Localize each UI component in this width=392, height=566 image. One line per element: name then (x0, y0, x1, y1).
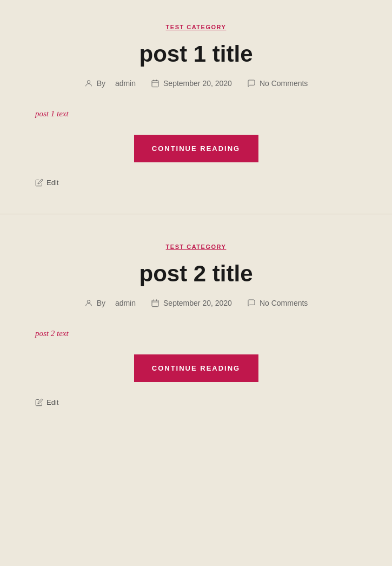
post-1-category-link[interactable]: TEST CATEGORY (166, 24, 227, 30)
post-1-meta: By admin September 20, 2020 No Comments (35, 79, 357, 88)
post-1-comments-meta: No Comments (247, 79, 308, 88)
calendar-icon (151, 79, 160, 88)
edit-icon (35, 179, 43, 187)
author-icon-2 (84, 299, 93, 307)
post-1-edit-label: Edit (46, 179, 58, 187)
post-2-edit-link[interactable]: Edit (35, 398, 357, 406)
comment-icon-2 (247, 299, 256, 307)
post-1-comments: No Comments (260, 79, 308, 88)
post-2-comments: No Comments (260, 299, 308, 307)
post-2-author: admin (115, 299, 136, 307)
edit-icon-2 (35, 398, 43, 406)
post-1-continue-reading-button[interactable]: CONTINUE READING (134, 135, 258, 162)
posts-divider (0, 214, 392, 214)
svg-point-0 (87, 81, 90, 83)
post-2-author-meta: By admin (84, 299, 136, 307)
comment-icon (247, 79, 256, 88)
post-1-category: TEST CATEGORY (35, 22, 357, 31)
post-1-by-label: By (97, 79, 105, 88)
calendar-icon-2 (151, 299, 160, 307)
post-1-date: September 20, 2020 (163, 79, 232, 88)
svg-rect-1 (152, 81, 158, 87)
post-2-content: post 2 text (35, 329, 357, 338)
svg-point-5 (87, 300, 90, 303)
post-2-by-label: By (97, 299, 105, 307)
post-2-category: TEST CATEGORY (35, 241, 357, 251)
author-icon (84, 79, 93, 88)
post-2-category-link[interactable]: TEST CATEGORY (166, 243, 227, 250)
post-2-edit-label: Edit (46, 398, 58, 406)
post-1-edit-link[interactable]: Edit (35, 179, 357, 187)
svg-rect-6 (152, 300, 158, 307)
post-1-title: post 1 title (35, 41, 357, 67)
post-article-1: TEST CATEGORY post 1 title By admin Sept… (0, 0, 392, 208)
post-1-content: post 1 text (35, 109, 357, 119)
post-1-author: admin (115, 79, 136, 88)
posts-container: TEST CATEGORY post 1 title By admin Sept… (0, 0, 392, 428)
post-2-meta: By admin September 20, 2020 No Comments (35, 299, 357, 307)
post-2-date-meta: September 20, 2020 (151, 299, 232, 307)
post-2-title: post 2 title (35, 261, 357, 287)
post-2-date: September 20, 2020 (163, 299, 232, 307)
post-2-comments-meta: No Comments (247, 299, 308, 307)
post-1-author-meta: By admin (84, 79, 136, 88)
post-2-continue-reading-button[interactable]: CONTINUE READING (134, 354, 258, 382)
post-1-date-meta: September 20, 2020 (151, 79, 232, 88)
post-article-2: TEST CATEGORY post 2 title By admin Sept… (0, 220, 392, 428)
